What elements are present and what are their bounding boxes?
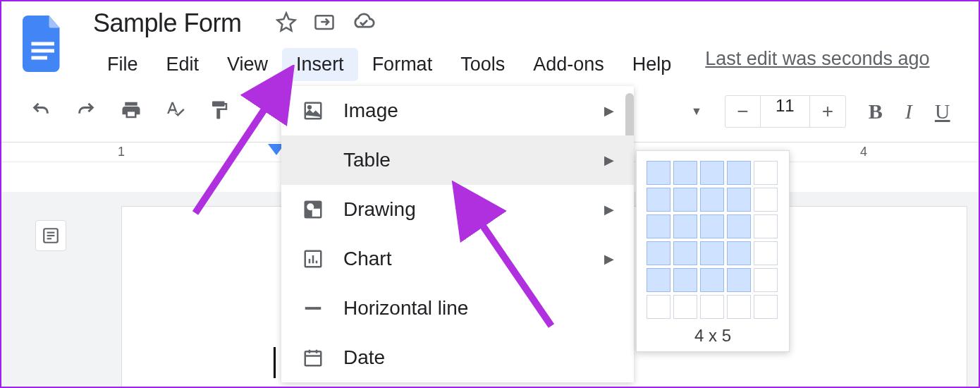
table-grid-cell[interactable] [647,161,670,185]
ruler-tick: 4 [860,145,867,159]
hr-icon [301,296,325,320]
table-grid-cell[interactable] [754,161,778,185]
table-size-label: 4 x 5 [647,319,779,346]
table-grid-cell[interactable] [673,241,697,265]
svg-rect-18 [305,351,321,365]
chevron-right-icon: ▶ [604,251,614,267]
table-grid-cell[interactable] [754,295,778,319]
menu-insert[interactable]: Insert [282,48,358,81]
insert-horizontal-line[interactable]: Horizontal line [281,284,634,333]
table-grid-cell[interactable] [727,161,751,185]
table-grid[interactable] [647,161,779,319]
image-icon [301,99,325,123]
menu-tools[interactable]: Tools [446,48,519,81]
svg-rect-1 [32,49,55,53]
svg-rect-0 [32,42,55,46]
svg-rect-12 [312,209,320,217]
chevron-right-icon: ▶ [604,152,614,168]
drawing-icon [301,198,325,222]
table-grid-cell[interactable] [647,188,670,212]
font-size-increase[interactable]: + [810,96,845,127]
table-grid-cell[interactable] [754,241,778,265]
font-dropdown-arrow[interactable]: ▼ [691,105,702,118]
table-size-picker: 4 x 5 [636,150,790,352]
menubar: File Edit View Insert Format Tools Add-o… [93,48,929,81]
last-edit-link[interactable]: Last edit was seconds ago [705,48,929,81]
menu-label: Horizontal line [343,297,468,320]
bold-button[interactable]: B [869,99,883,123]
table-grid-cell[interactable] [727,214,751,238]
table-grid-cell[interactable] [700,268,724,292]
table-grid-cell[interactable] [700,188,724,212]
table-grid-cell[interactable] [647,241,670,265]
chevron-right-icon: ▶ [604,103,614,119]
insert-table[interactable]: Table ▶ [281,135,634,185]
table-grid-cell[interactable] [754,214,778,238]
table-grid-cell[interactable] [727,188,751,212]
table-grid-cell[interactable] [700,161,724,185]
table-grid-cell[interactable] [727,295,751,319]
font-size-group: − 11 + [725,95,846,128]
undo-button[interactable] [30,100,52,123]
table-grid-cell[interactable] [700,214,724,238]
table-grid-cell[interactable] [673,188,697,212]
move-icon[interactable] [314,11,335,35]
menu-label: Chart [343,248,391,270]
table-icon [301,148,325,172]
table-grid-cell[interactable] [673,295,697,319]
table-grid-cell[interactable] [673,268,697,292]
cloud-status-icon[interactable] [352,11,376,35]
table-grid-cell[interactable] [673,214,697,238]
date-icon [301,346,325,370]
insert-dropdown-menu: Image ▶ Table ▶ Drawing ▶ Chart ▶ Horizo… [281,86,634,382]
table-grid-cell[interactable] [647,214,670,238]
table-grid-cell[interactable] [647,295,670,319]
chart-icon [301,247,325,271]
table-grid-cell[interactable] [727,241,751,265]
ruler-tick: 1 [118,145,125,159]
chevron-right-icon: ▶ [604,202,614,217]
menu-label: Table [343,149,391,171]
menu-format[interactable]: Format [358,48,447,81]
insert-image[interactable]: Image ▶ [281,86,634,135]
menu-label: Image [343,99,398,122]
italic-button[interactable]: I [905,99,912,123]
document-title[interactable]: Sample Form [93,8,242,38]
menu-label: Drawing [343,198,416,221]
spellcheck-button[interactable] [165,99,186,123]
menu-edit[interactable]: Edit [152,48,214,81]
print-button[interactable] [120,99,142,123]
table-grid-cell[interactable] [673,161,697,185]
docs-logo-icon[interactable] [23,16,65,72]
menu-label: Date [343,346,385,369]
svg-rect-2 [32,56,48,60]
underline-button[interactable]: U [935,99,950,123]
insert-drawing[interactable]: Drawing ▶ [281,185,634,234]
table-grid-cell[interactable] [754,268,778,292]
table-grid-cell[interactable] [727,268,751,292]
menu-addons[interactable]: Add-ons [519,48,618,81]
insert-chart[interactable]: Chart ▶ [281,234,634,284]
star-icon[interactable] [276,11,297,35]
text-cursor [274,347,276,378]
table-grid-cell[interactable] [647,268,670,292]
table-grid-cell[interactable] [700,295,724,319]
menu-file[interactable]: File [93,48,152,81]
svg-point-9 [308,106,311,109]
menu-help[interactable]: Help [618,48,686,81]
menu-view[interactable]: View [213,48,282,81]
font-size-decrease[interactable]: − [725,96,761,127]
font-size-input[interactable]: 11 [761,96,810,127]
redo-button[interactable] [75,100,97,123]
insert-date[interactable]: Date [281,333,634,382]
table-grid-cell[interactable] [754,188,778,212]
outline-toggle-button[interactable] [35,220,66,251]
paint-format-button[interactable] [209,99,230,124]
table-grid-cell[interactable] [700,241,724,265]
